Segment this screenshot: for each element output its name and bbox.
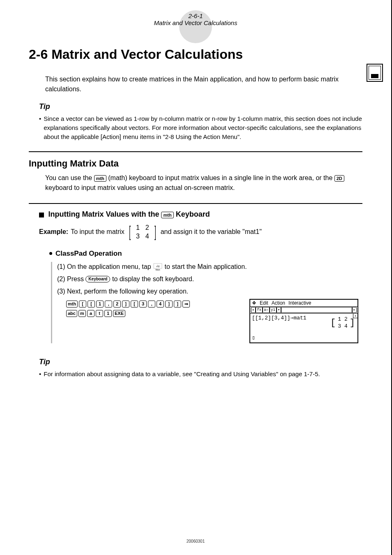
calc-toolbar: ▸ fx a= y1 ▾ ▸ (250, 307, 357, 314)
subsection-heading: Inputting Matrix Values with the mth Key… (48, 210, 210, 218)
calc-cursor: ▯ (252, 334, 356, 341)
toolbar-btn[interactable]: ▸ (352, 307, 357, 313)
calc-menu-interactive[interactable]: Interactive (288, 300, 311, 306)
calc-menubar: ❖ Edit Action Interactive (250, 300, 357, 307)
toolbar-btn[interactable]: a= (263, 307, 270, 313)
separator (29, 203, 362, 204)
2d-key-icon: 2D (334, 175, 344, 182)
step-2: (2) Press Keyboard to display the soft k… (57, 274, 362, 284)
section-heading: Inputting Matrix Data (29, 158, 362, 169)
step-1: (1) On the application menu, tap √αMain … (57, 262, 362, 272)
tip-body: • For information about assigning data t… (39, 370, 362, 379)
page-header: 2-6-1 Matrix and Vector Calculations (29, 12, 362, 26)
svg-text:Main: Main (156, 268, 160, 271)
key-sequence-1: mth [ [ 1 , 2 ] [ 3 , 4 ] ] (66, 301, 249, 308)
page-subtitle: Matrix and Vector Calculations (29, 19, 362, 26)
toolbar-btn[interactable]: ▸ (251, 307, 256, 313)
main-app-icon: √αMain (153, 263, 163, 271)
intro-text: This section explains how to create matr… (45, 74, 362, 94)
tip1-text: Since a vector can be viewed as 1-row by… (44, 114, 362, 141)
section-body: You can use the mth (math) keyboard to i… (45, 173, 362, 193)
calc-menu-edit[interactable]: Edit (260, 300, 268, 306)
keyboard-key-icon: Keyboard (85, 276, 110, 282)
page-title: 2-6 Matrix and Vector Calculations (29, 47, 362, 62)
tip-heading: Tip (39, 358, 362, 366)
page-number: 2-6-1 (29, 12, 362, 19)
operation-heading: ClassPad Operation (49, 250, 362, 258)
toolbar-spacer (281, 307, 352, 313)
footer-date: 20060301 (0, 539, 391, 543)
calculator-screenshot: ❖ Edit Action Interactive ▸ fx a= y1 ▾ (249, 299, 358, 343)
calc-menu-action[interactable]: Action (272, 300, 285, 306)
tip-body: • Since a vector can be viewed as 1-row … (39, 114, 362, 141)
square-bullet-icon (39, 213, 44, 217)
tip2-text: For information about assigning data to … (44, 370, 320, 379)
toolbar-btn[interactable]: fx (256, 307, 263, 313)
calc-workarea[interactable]: ▴ [[1,2][3,4]]⇒mat1 [1234] ▯ (250, 314, 357, 342)
svg-text:√α: √α (156, 265, 159, 268)
matrix-display: [ 1234 ] (128, 223, 157, 241)
toolbar-btn[interactable]: ▾ (277, 307, 281, 313)
mth-key-icon: mth (94, 175, 106, 182)
contents-icon[interactable] (367, 64, 383, 82)
calc-menu-logo[interactable]: ❖ (252, 300, 256, 306)
separator (29, 151, 362, 152)
tip-heading: Tip (39, 102, 362, 111)
example-row: Example: To input the matrix [ 1234 ] an… (39, 223, 362, 241)
key-sequence-2: abc m a t 1 EXE (66, 310, 249, 317)
mth-key-icon: mth (161, 212, 173, 218)
toolbar-btn[interactable]: y1 (270, 307, 277, 313)
step-3: (3) Next, perform the following key oper… (57, 287, 362, 296)
calc-result-matrix: [1234] (330, 315, 355, 330)
example-label: Example: (39, 228, 68, 236)
